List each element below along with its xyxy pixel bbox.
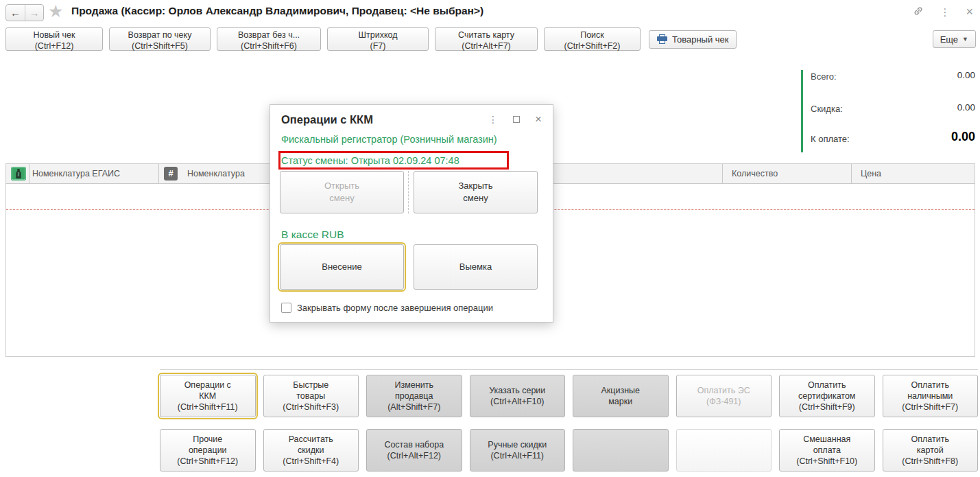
hash-icon: # xyxy=(164,167,178,181)
totals-accent-bar xyxy=(801,70,803,152)
search-button[interactable]: Поиск (Ctrl+Shift+F2) xyxy=(544,27,641,51)
return-by-check-button[interactable]: Возврат по чеку (Ctrl+Shift+F5) xyxy=(109,27,211,51)
pay-es-button: Оплатить ЭС (ФЗ-491) xyxy=(676,375,772,417)
page-title: Продажа (Кассир: Орлов Александр Владими… xyxy=(71,5,483,17)
link-icon[interactable] xyxy=(913,5,924,18)
sales-receipt-button[interactable]: Товарный чек xyxy=(649,30,737,49)
amount-due-value: 0.00 xyxy=(951,130,975,144)
fiscal-register-line: Фискальный регистратор (Розничный магази… xyxy=(281,134,497,145)
cash-deposit-button[interactable]: Внесение xyxy=(280,244,404,290)
discount-row: Скидка: 0.00 xyxy=(811,102,975,116)
command-toolbar: Новый чек (Ctrl+F12) Возврат по чеку (Ct… xyxy=(5,27,976,51)
column-header-quantity[interactable]: Количество xyxy=(732,169,778,178)
change-seller-button[interactable]: Изменить продавца (Alt+Shift+F7) xyxy=(366,375,462,417)
new-check-button[interactable]: Новый чек (Ctrl+F12) xyxy=(5,27,103,51)
button-divider xyxy=(408,171,409,213)
specify-series-button[interactable]: Указать серии (Ctrl+Alt+F10) xyxy=(470,375,566,417)
empty-button-1 xyxy=(573,429,669,472)
more-button[interactable]: Еще ▼ xyxy=(933,30,976,48)
column-header-egais[interactable]: Номенклатура ЕГАИС xyxy=(32,169,120,178)
kebab-menu-icon[interactable]: ⋮ xyxy=(940,7,950,17)
favorite-star-icon[interactable]: ★ xyxy=(48,1,63,21)
chevron-down-icon: ▼ xyxy=(962,36,968,43)
kit-contents-button[interactable]: Состав набора (Ctrl+Alt+F12) xyxy=(366,429,462,472)
pay-certificate-button[interactable]: Оплатить сертификатом (Ctrl+Shift+F9) xyxy=(779,375,875,417)
back-button[interactable]: ← xyxy=(6,5,25,21)
calculate-discounts-button[interactable]: Рассчитать скидки (Ctrl+Shift+F4) xyxy=(263,429,359,472)
close-form-checkbox-label: Закрывать форму после завершения операци… xyxy=(297,303,493,313)
kkm-operations-dialog: Операции с ККМ ⋮ × Фискальный регистрато… xyxy=(270,104,553,323)
read-card-button[interactable]: Считать карту (Ctrl+Alt+F7) xyxy=(435,27,538,51)
dialog-kebab-menu-icon[interactable]: ⋮ xyxy=(488,115,498,124)
shift-status-line: Статус смены: Открыта 02.09.24 07:48 xyxy=(281,155,459,166)
discount-value: 0.00 xyxy=(957,102,975,113)
close-shift-button[interactable]: Закрыть смену xyxy=(414,171,538,213)
title-bar: ← → ★ Продажа (Кассир: Орлов Александр В… xyxy=(0,0,980,25)
forward-button[interactable]: → xyxy=(25,5,43,21)
column-header-price[interactable]: Цена xyxy=(861,169,881,178)
bottom-button-panel: Операции с ККМ (Ctrl+Shift+F11) Быстрые … xyxy=(160,369,978,472)
empty-button-2 xyxy=(676,429,772,472)
return-without-check-button[interactable]: Возврат без ч... (Ctrl+Shift+F6) xyxy=(217,27,321,51)
barcode-button[interactable]: Штрихкод (F7) xyxy=(327,27,429,51)
back-arrow-icon: ← xyxy=(10,7,21,19)
cash-withdrawal-button[interactable]: Выемка xyxy=(414,244,538,290)
mixed-payment-button[interactable]: Смешанная оплата (Ctrl+Shift+F10) xyxy=(779,429,875,472)
totals-panel: Всего: 0.00 Скидка: 0.00 К оплате: 0.00 xyxy=(801,69,977,152)
total-value: 0.00 xyxy=(957,70,975,80)
close-icon[interactable]: × xyxy=(966,5,973,18)
dialog-close-icon[interactable]: × xyxy=(535,113,542,125)
kkm-operations-button[interactable]: Операции с ККМ (Ctrl+Shift+F11) xyxy=(160,375,256,417)
total-row: Всего: 0.00 xyxy=(811,70,975,84)
pay-cash-button[interactable]: Оплатить наличными (Ctrl+Shift+F7) xyxy=(883,375,979,417)
pay-card-button[interactable]: Оплатить картой (Ctrl+Shift+F8) xyxy=(883,429,979,472)
open-shift-button: Открыть смену xyxy=(280,171,404,213)
amount-due-row: К оплате: 0.00 xyxy=(811,132,975,146)
printer-icon xyxy=(657,34,667,44)
manual-discounts-button[interactable]: Ручные скидки (Ctrl+Alt+F11) xyxy=(470,429,566,472)
excise-stamps-button[interactable]: Акцизные марки xyxy=(573,375,669,417)
forward-arrow-icon: → xyxy=(29,7,40,19)
dialog-maximize-icon[interactable] xyxy=(513,115,520,124)
egais-bottle-icon xyxy=(11,167,26,183)
nav-button-group: ← → xyxy=(5,4,44,21)
close-form-checkbox[interactable] xyxy=(281,303,291,313)
cash-in-register-line: В кассе RUB xyxy=(281,229,344,241)
other-operations-button[interactable]: Прочие операции (Ctrl+Shift+F12) xyxy=(160,429,256,472)
quick-goods-button[interactable]: Быстрые товары (Ctrl+Shift+F3) xyxy=(263,375,359,417)
dialog-title: Операции с ККМ xyxy=(281,113,373,126)
close-form-option: Закрывать форму после завершения операци… xyxy=(281,303,493,313)
column-header-nomenclature[interactable]: Номенклатура xyxy=(187,169,245,178)
